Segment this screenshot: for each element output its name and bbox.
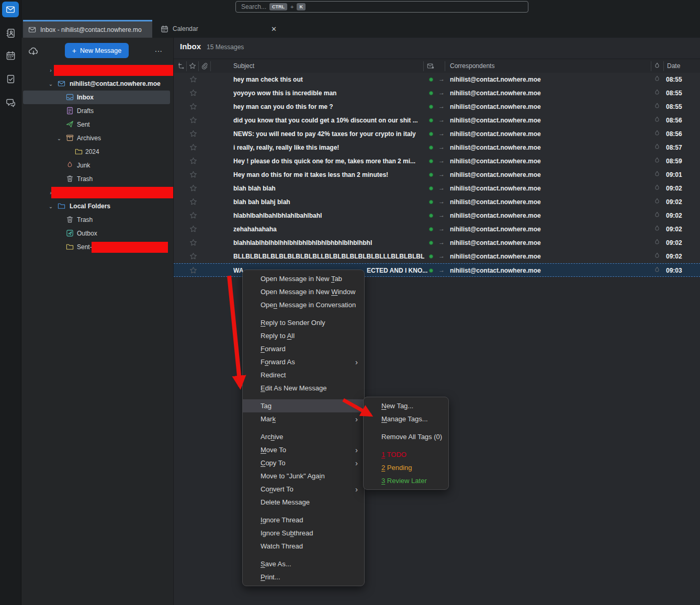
menu-item-open-message-in-new-tab[interactable]: Open Message in New Tab bbox=[243, 272, 364, 285]
message-status-column-icon[interactable] bbox=[427, 62, 434, 70]
unread-status-dot[interactable] bbox=[429, 173, 433, 177]
junk-flame-icon[interactable] bbox=[653, 157, 661, 164]
mail-space-button[interactable] bbox=[2, 2, 19, 17]
unread-status-dot[interactable] bbox=[429, 186, 433, 191]
junk-flame-icon[interactable] bbox=[653, 225, 661, 232]
star-icon[interactable] bbox=[189, 116, 197, 124]
menu-item-ignore-subthread[interactable]: Ignore Subthread bbox=[243, 526, 364, 540]
junk-flame-icon[interactable] bbox=[653, 252, 661, 260]
menu-item-open-message-in-new-window[interactable]: Open Message in New Window bbox=[243, 285, 364, 298]
unread-status-dot[interactable] bbox=[429, 241, 433, 245]
message-row[interactable]: Hey man do this for me it takes less tha… bbox=[174, 168, 700, 182]
calendar-space-button[interactable] bbox=[2, 48, 19, 63]
folder-row-redacted[interactable]: › bbox=[21, 186, 173, 199]
chevron-right-icon[interactable]: › bbox=[48, 68, 53, 73]
junk-flame-icon[interactable] bbox=[653, 143, 661, 151]
menu-item-save-as[interactable]: Save As... bbox=[243, 557, 364, 570]
menu-item-reply-to-all[interactable]: Reply to All bbox=[243, 329, 364, 342]
menu-item-forward[interactable]: Forward bbox=[243, 342, 364, 355]
junk-flame-icon[interactable] bbox=[653, 184, 661, 192]
menu-item-edit-as-new-message[interactable]: Edit As New Message bbox=[243, 382, 364, 395]
unread-status-dot[interactable] bbox=[429, 145, 433, 150]
message-row[interactable]: blahhlablhblhblhhlbhlbhlbhlbhlbhbhlblhbl… bbox=[174, 236, 700, 250]
junk-flame-icon[interactable] bbox=[653, 211, 661, 219]
message-row[interactable]: blah bah blahj blah→nihilist@contact.now… bbox=[174, 195, 700, 209]
star-icon[interactable] bbox=[189, 171, 197, 178]
message-row[interactable]: NEWS: you will need to pay 42% taxes for… bbox=[174, 127, 700, 141]
menu-item-move-to-junk-again[interactable]: Move to "Junk" Again bbox=[243, 469, 364, 483]
menu-item-archive[interactable]: Archive bbox=[243, 430, 364, 443]
unread-status-dot[interactable] bbox=[429, 105, 433, 109]
folder-row-trash[interactable]: Trash bbox=[21, 172, 173, 186]
junk-flame-icon[interactable] bbox=[653, 75, 661, 83]
message-row[interactable]: blah blah blah→nihilist@contact.nowhere.… bbox=[174, 182, 700, 195]
message-row[interactable]: BLLBLBLBLBLBLBLBLBLBLLBLBLBLBLBLBLBLLLBL… bbox=[174, 250, 700, 263]
subject-column-header[interactable]: Subject bbox=[233, 62, 254, 70]
unread-status-dot[interactable] bbox=[429, 159, 433, 163]
message-row[interactable]: hey man can you do this for me ?→nihilis… bbox=[174, 100, 700, 114]
menu-item-2-pending[interactable]: 2 Pending bbox=[364, 461, 448, 474]
junk-flame-icon[interactable] bbox=[653, 171, 661, 178]
star-icon[interactable] bbox=[189, 89, 197, 97]
menu-item-convert-to[interactable]: Convert To› bbox=[243, 483, 364, 496]
menu-item-remove-all-tags-0[interactable]: Remove All Tags (0) bbox=[364, 430, 448, 443]
message-row[interactable]: i really, really, really like this image… bbox=[174, 141, 700, 154]
star-icon[interactable] bbox=[189, 75, 197, 83]
star-icon[interactable] bbox=[189, 130, 197, 138]
folder-row-drafts[interactable]: Drafts bbox=[21, 104, 173, 118]
menu-item-open-message-in-conversation[interactable]: Open Message in Conversation bbox=[243, 298, 364, 311]
star-icon[interactable] bbox=[189, 266, 197, 274]
folder-row-sent[interactable]: Sent bbox=[21, 118, 173, 131]
unread-status-dot[interactable] bbox=[429, 254, 433, 259]
star-icon[interactable] bbox=[189, 184, 197, 192]
junk-flame-icon[interactable] bbox=[653, 198, 661, 205]
menu-item-print[interactable]: Print... bbox=[243, 570, 364, 584]
junk-flame-icon[interactable] bbox=[653, 103, 661, 110]
junk-flame-icon[interactable] bbox=[653, 116, 661, 124]
folder-row-sent-[interactable]: Sent- bbox=[21, 240, 173, 254]
folder-row-archives[interactable]: ⌄Archives bbox=[21, 131, 173, 145]
menu-item-tag[interactable]: Tag› bbox=[243, 399, 364, 412]
message-row[interactable]: did you know that you could get a 10% di… bbox=[174, 114, 700, 127]
menu-item-manage-tags[interactable]: Manage Tags... bbox=[364, 412, 448, 425]
folder-row-redacted[interactable]: › bbox=[21, 63, 173, 77]
unread-status-dot[interactable] bbox=[429, 214, 433, 218]
folder-row-inbox[interactable]: Inbox15 bbox=[21, 91, 173, 104]
menu-item-reply-to-sender-only[interactable]: Reply to Sender Only bbox=[243, 316, 364, 329]
junk-flame-icon[interactable] bbox=[653, 239, 661, 246]
unread-status-dot[interactable] bbox=[429, 77, 433, 82]
star-icon[interactable] bbox=[189, 157, 197, 165]
chevron-down-icon[interactable]: ⌄ bbox=[48, 204, 53, 209]
menu-item-mark[interactable]: Mark› bbox=[243, 412, 364, 425]
menu-item-1-todo[interactable]: 1 TODO bbox=[364, 448, 448, 461]
star-icon[interactable] bbox=[189, 239, 197, 247]
star-icon[interactable] bbox=[189, 211, 197, 219]
star-icon[interactable] bbox=[189, 225, 197, 233]
menu-item-copy-to[interactable]: Copy To› bbox=[243, 456, 364, 469]
message-row[interactable]: Hey ! please do this quick one for me, t… bbox=[174, 154, 700, 168]
junk-column-icon[interactable] bbox=[653, 62, 661, 70]
unread-status-dot[interactable] bbox=[429, 118, 433, 122]
thread-column-icon[interactable] bbox=[177, 62, 185, 70]
folder-row-outbox[interactable]: Outbox bbox=[21, 227, 173, 240]
star-icon[interactable] bbox=[189, 252, 197, 260]
chat-space-button[interactable] bbox=[2, 95, 19, 110]
junk-flame-icon[interactable] bbox=[653, 266, 661, 274]
unread-status-dot[interactable] bbox=[429, 91, 433, 95]
unread-status-dot[interactable] bbox=[429, 268, 433, 273]
folder-row-nihilist-contact-nowhere-moe[interactable]: ⌄nihilist@contact.nowhere.moe bbox=[21, 77, 173, 91]
folder-row-local-folders[interactable]: ⌄Local Folders bbox=[21, 199, 173, 213]
menu-item-3-review-later[interactable]: 3 Review Later bbox=[364, 474, 448, 487]
star-icon[interactable] bbox=[189, 198, 197, 206]
tab-close-icon[interactable]: ✕ bbox=[271, 25, 277, 33]
unread-status-dot[interactable] bbox=[429, 227, 433, 231]
message-row[interactable]: yoyoyo wow this is incredible man→nihili… bbox=[174, 86, 700, 100]
menu-item-ignore-thread[interactable]: Ignore Thread bbox=[243, 513, 364, 526]
star-icon[interactable] bbox=[189, 143, 197, 151]
unread-status-dot[interactable] bbox=[429, 200, 433, 204]
menu-item-move-to[interactable]: Move To› bbox=[243, 443, 364, 456]
star-column-icon[interactable] bbox=[189, 62, 196, 70]
message-row[interactable]: zehahahahaha→nihilist@contact.nowhere.mo… bbox=[174, 222, 700, 236]
junk-flame-icon[interactable] bbox=[653, 130, 661, 137]
menu-item-delete-message[interactable]: Delete Message bbox=[243, 496, 364, 509]
